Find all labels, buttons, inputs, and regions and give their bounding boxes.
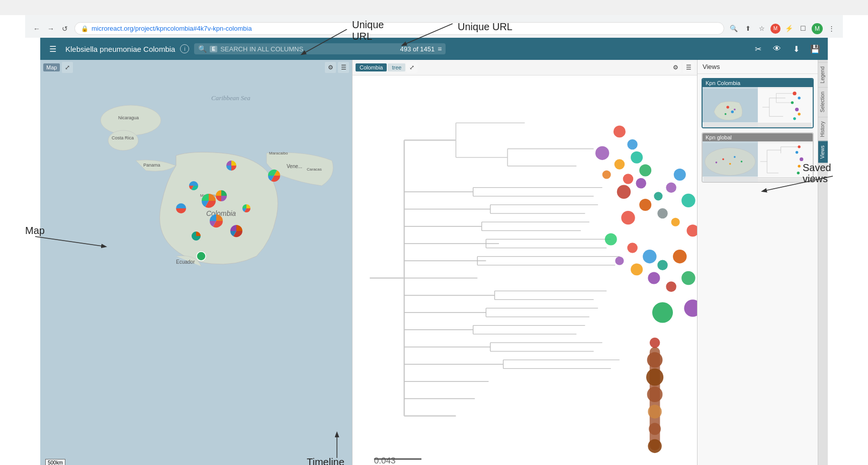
view-card-colombia-title: Kpn Colombia (703, 79, 813, 87)
search-area[interactable]: 🔍 E SEARCH IN ALL COLUMNS 493 of 1451 ≡ (194, 43, 446, 54)
thumb-global-tree-svg (758, 141, 813, 182)
info-icon[interactable]: i (180, 44, 189, 53)
map-tune-button[interactable]: ⚙ (325, 62, 336, 73)
svg-point-99 (686, 224, 697, 237)
svg-point-100 (605, 233, 617, 245)
views-panel: Views Kpn Colombia (697, 60, 818, 465)
tree-list-button[interactable]: ☰ (683, 62, 694, 73)
svg-point-124 (731, 110, 734, 113)
svg-point-93 (657, 208, 668, 219)
svg-point-158 (798, 165, 800, 167)
svg-point-108 (666, 281, 676, 292)
svg-point-84 (615, 159, 625, 170)
lock-icon: 🔒 (81, 25, 89, 32)
svg-point-86 (602, 170, 611, 179)
top-bar-actions: ✂ 👁 ⬇ 💾 (750, 41, 823, 56)
profile-avatar[interactable]: M (812, 23, 823, 34)
map-expand-button[interactable]: ⤢ (62, 62, 73, 73)
search-placeholder: SEARCH IN ALL COLUMNS (220, 45, 397, 53)
svg-point-83 (595, 146, 609, 160)
map-scale: 500km (45, 459, 65, 465)
browser-bookmark-button[interactable]: ☆ (756, 23, 767, 34)
svg-point-110 (652, 302, 673, 323)
svg-text:Colombia: Colombia (206, 209, 236, 217)
browser-share-button[interactable]: ⬆ (742, 23, 753, 34)
side-tab-legend[interactable]: Legend (818, 62, 828, 87)
eye-button[interactable]: 👁 (769, 41, 785, 56)
forward-button[interactable]: → (45, 23, 56, 34)
svg-point-109 (681, 271, 695, 285)
browser-chrome: ← → ↺ 🔒 microreact.org/project/kpncolomb… (25, 15, 843, 38)
svg-point-81 (614, 125, 626, 137)
svg-point-106 (673, 250, 686, 263)
svg-point-82 (627, 139, 638, 150)
map-list-button[interactable]: ☰ (338, 62, 349, 73)
svg-point-114 (646, 368, 663, 385)
svg-point-142 (705, 148, 755, 176)
svg-point-140 (793, 117, 796, 120)
tree-svg: 0.043 (353, 75, 697, 465)
tree-expand-button[interactable]: ⤢ (406, 62, 417, 73)
browser-ext2-button[interactable]: ⚡ (784, 23, 795, 34)
svg-point-143 (722, 159, 724, 161)
side-tab-history[interactable]: History (818, 117, 828, 141)
svg-point-116 (648, 405, 661, 418)
record-count: 493 of 1451 (400, 45, 435, 53)
svg-point-123 (726, 106, 729, 108)
hamburger-menu-button[interactable]: ☰ (45, 41, 60, 56)
svg-point-118 (648, 439, 661, 453)
thumb-map-svg (703, 87, 758, 127)
download-button[interactable]: ⬇ (789, 41, 804, 56)
svg-point-146 (716, 162, 718, 164)
scissor-button[interactable]: ✂ (750, 41, 765, 56)
side-tab-selection[interactable]: Selection (818, 87, 828, 116)
tab-colombia[interactable]: Colombia (356, 63, 387, 71)
side-tab-views[interactable]: Views (818, 141, 828, 163)
tree-tune-button[interactable]: ⚙ (670, 62, 681, 73)
address-bar[interactable]: 🔒 microreact.org/project/kpncolombia#4k7… (74, 22, 724, 35)
svg-point-87 (623, 174, 634, 184)
svg-text:Caracas: Caracas (307, 167, 322, 172)
svg-point-105 (657, 260, 668, 271)
browser-ext1-button[interactable]: M (770, 24, 780, 34)
tree-tabs: Colombia tree ⤢ (356, 62, 417, 73)
tab-tree[interactable]: tree (388, 63, 405, 71)
svg-point-4 (101, 105, 161, 135)
side-tabs: Legend Selection History Views (818, 60, 828, 465)
svg-point-92 (639, 199, 651, 211)
svg-point-145 (741, 161, 743, 163)
back-button[interactable]: ← (31, 23, 42, 34)
svg-point-112 (650, 338, 660, 348)
search-icon: 🔍 (198, 45, 207, 53)
thumb-tree-svg (758, 87, 813, 127)
filter-icon[interactable]: ≡ (438, 45, 442, 53)
svg-text:Vene...: Vene... (287, 164, 302, 169)
svg-point-101 (627, 243, 638, 253)
tree-panel: Colombia tree ⤢ ⚙ ☰ (352, 60, 697, 465)
reload-button[interactable]: ↺ (59, 23, 70, 34)
browser-search-button[interactable]: 🔍 (728, 23, 739, 34)
svg-point-115 (647, 386, 663, 402)
url-text: microreact.org/project/kpncolombia#4k7v-… (92, 25, 252, 32)
top-bar: ☰ Klebsiella pneumoniae Colombia i 🔍 E S… (40, 38, 828, 60)
save-button[interactable]: 💾 (808, 41, 823, 56)
svg-point-139 (798, 113, 800, 115)
svg-point-136 (798, 97, 800, 99)
search-badge: E (210, 46, 217, 52)
svg-text:Nicaragua: Nicaragua (118, 115, 139, 120)
svg-point-137 (791, 101, 793, 104)
svg-point-102 (643, 250, 656, 263)
map-svg: Caribbean Sea Nicaragua Costa Rica (40, 60, 352, 266)
browser-ext3-button[interactable]: ☐ (798, 23, 809, 34)
svg-point-135 (793, 92, 796, 95)
view-card-colombia[interactable]: Kpn Colombia (702, 78, 814, 128)
views-title: Views (698, 60, 818, 74)
browser-menu-button[interactable]: ⋮ (826, 23, 837, 34)
view-card-global[interactable]: Kpn global (702, 132, 814, 183)
views-list: Kpn Colombia (698, 74, 818, 465)
svg-point-89 (617, 185, 631, 199)
svg-point-119 (684, 299, 697, 317)
svg-point-156 (795, 151, 798, 153)
svg-point-103 (615, 257, 624, 265)
svg-point-98 (671, 218, 680, 226)
